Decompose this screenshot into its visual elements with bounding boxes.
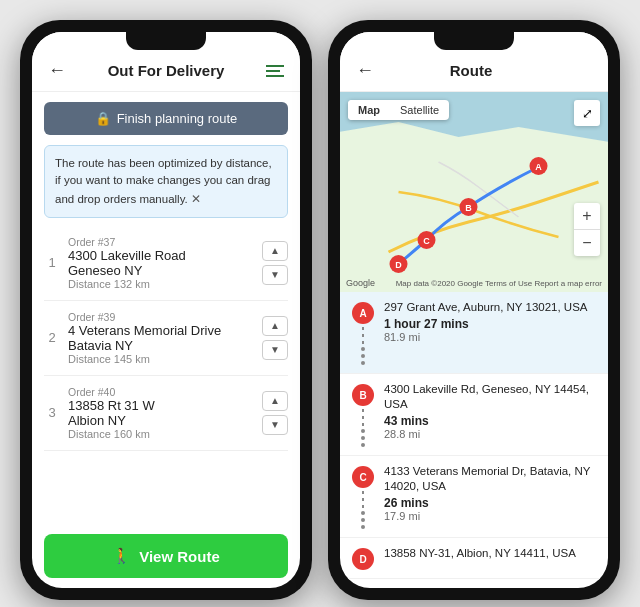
view-route-button[interactable]: 🚶 View Route <box>44 534 288 578</box>
order-distance: Distance 160 km <box>68 428 254 440</box>
right-screen: ← Route A B <box>340 32 608 588</box>
stop-info: 13858 NY-31, Albion, NY 14411, USA <box>384 546 596 561</box>
route-icon: 🚶 <box>112 547 131 565</box>
order-label: Order #40 <box>68 386 254 398</box>
order-city: Geneseo NY <box>68 263 254 278</box>
stop-address: 297 Grant Ave, Auburn, NY 13021, USA <box>384 300 596 315</box>
order-distance: Distance 145 km <box>68 353 254 365</box>
left-screen: ← Out For Delivery 🔒 Finish planning rou… <box>32 32 300 588</box>
order-info: Order #39 4 Veterans Memorial Drive Bata… <box>68 311 254 365</box>
zoom-in-button[interactable]: + <box>574 203 600 229</box>
zoom-out-button[interactable]: − <box>574 230 600 256</box>
list-item: C 4133 Veterans Memorial Dr, Batavia, NY… <box>340 456 608 538</box>
route-stops-list: A 297 Grant Ave, Auburn, NY 13021, USA 1… <box>340 292 608 588</box>
stop-marker-c: C <box>352 466 374 488</box>
left-phone: ← Out For Delivery 🔒 Finish planning rou… <box>20 20 312 600</box>
list-item: B 4300 Lakeville Rd, Geneseo, NY 14454, … <box>340 374 608 456</box>
order-arrows: ▲ ▼ <box>262 316 288 360</box>
stop-distance: 28.8 mi <box>384 428 596 440</box>
svg-text:B: B <box>465 203 472 213</box>
map-svg: A B C D 🧍 <box>340 92 608 292</box>
back-button[interactable]: ← <box>356 60 374 81</box>
phone-notch <box>434 32 514 50</box>
map-attribution: Map data ©2020 Google Terms of Use Repor… <box>396 279 602 288</box>
order-number: 2 <box>44 330 60 345</box>
order-arrows: ▲ ▼ <box>262 391 288 435</box>
stop-info: 4300 Lakeville Rd, Geneseo, NY 14454, US… <box>384 382 596 440</box>
table-row: 1 Order #37 4300 Lakeville Road Geneseo … <box>44 226 288 301</box>
order-arrows: ▲ ▼ <box>262 241 288 285</box>
stop-info: 4133 Veterans Memorial Dr, Batavia, NY 1… <box>384 464 596 522</box>
order-city: Albion NY <box>68 413 254 428</box>
order-info: Order #37 4300 Lakeville Road Geneseo NY… <box>68 236 254 290</box>
lock-icon: 🔒 <box>95 111 111 126</box>
list-item: A 297 Grant Ave, Auburn, NY 13021, USA 1… <box>340 292 608 374</box>
order-address: 4 Veterans Memorial Drive <box>68 323 254 338</box>
order-number: 1 <box>44 255 60 270</box>
order-label: Order #37 <box>68 236 254 248</box>
table-row: 3 Order #40 13858 Rt 31 W Albion NY Dist… <box>44 376 288 451</box>
order-label: Order #39 <box>68 311 254 323</box>
order-distance: Distance 132 km <box>68 278 254 290</box>
map-zoom-controls: + − <box>574 203 600 256</box>
stop-duration: 1 hour 27 mins <box>384 317 596 331</box>
menu-icon[interactable] <box>266 65 284 77</box>
svg-text:C: C <box>423 236 430 246</box>
table-row: 2 Order #39 4 Veterans Memorial Drive Ba… <box>44 301 288 376</box>
move-down-button[interactable]: ▼ <box>262 265 288 285</box>
stop-info: 297 Grant Ave, Auburn, NY 13021, USA 1 h… <box>384 300 596 343</box>
order-info: Order #40 13858 Rt 31 W Albion NY Distan… <box>68 386 254 440</box>
map-expand-button[interactable]: ⤢ <box>574 100 600 126</box>
move-up-button[interactable]: ▲ <box>262 391 288 411</box>
stop-duration: 26 mins <box>384 496 596 510</box>
stop-distance: 17.9 mi <box>384 510 596 522</box>
back-button[interactable]: ← <box>48 60 66 81</box>
stop-address: 13858 NY-31, Albion, NY 14411, USA <box>384 546 596 561</box>
map-tabs: Map Satellite <box>348 100 449 120</box>
phone-notch <box>126 32 206 50</box>
page-title: Out For Delivery <box>108 62 225 79</box>
order-address: 4300 Lakeville Road <box>68 248 254 263</box>
move-down-button[interactable]: ▼ <box>262 340 288 360</box>
stop-distance: 81.9 mi <box>384 331 596 343</box>
map-container: A B C D 🧍 Map Satellite ⤢ <box>340 92 608 292</box>
map-tab-satellite[interactable]: Satellite <box>390 100 449 120</box>
stop-marker-a: A <box>352 302 374 324</box>
move-down-button[interactable]: ▼ <box>262 415 288 435</box>
svg-text:A: A <box>535 162 542 172</box>
order-city: Batavia NY <box>68 338 254 353</box>
order-number: 3 <box>44 405 60 420</box>
order-address: 13858 Rt 31 W <box>68 398 254 413</box>
list-item: D 13858 NY-31, Albion, NY 14411, USA <box>340 538 608 579</box>
stop-duration: 43 mins <box>384 414 596 428</box>
banner-text: The route has been optimized by distance… <box>55 157 272 205</box>
finish-planning-label: Finish planning route <box>117 111 238 126</box>
right-phone: ← Route A B <box>328 20 620 600</box>
finish-planning-button[interactable]: 🔒 Finish planning route <box>44 102 288 135</box>
stop-marker-d: D <box>352 548 374 570</box>
google-logo: Google <box>346 278 375 288</box>
banner-close[interactable]: ✕ <box>191 192 201 206</box>
orders-list: 1 Order #37 4300 Lakeville Road Geneseo … <box>32 226 300 524</box>
stop-address: 4133 Veterans Memorial Dr, Batavia, NY 1… <box>384 464 596 494</box>
svg-text:D: D <box>395 260 402 270</box>
optimization-banner: The route has been optimized by distance… <box>44 145 288 218</box>
map-tab-map[interactable]: Map <box>348 100 390 120</box>
view-route-label: View Route <box>139 548 220 565</box>
page-title: Route <box>450 62 493 79</box>
move-up-button[interactable]: ▲ <box>262 316 288 336</box>
move-up-button[interactable]: ▲ <box>262 241 288 261</box>
stop-marker-b: B <box>352 384 374 406</box>
stop-address: 4300 Lakeville Rd, Geneseo, NY 14454, US… <box>384 382 596 412</box>
